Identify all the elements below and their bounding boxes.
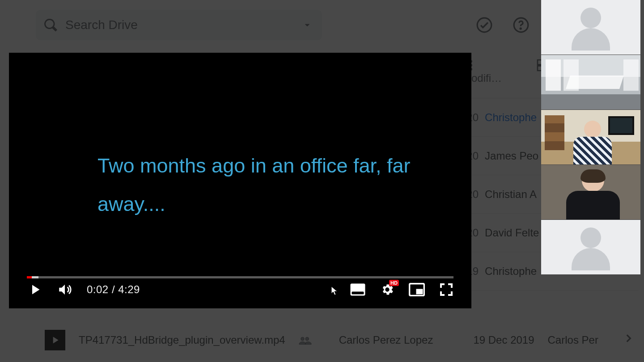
participant-tile[interactable] [541, 55, 640, 109]
person-icon [566, 169, 620, 219]
avatar-icon [568, 225, 613, 269]
play-button[interactable] [27, 282, 43, 298]
captions-button[interactable] [350, 283, 366, 296]
hd-badge: HD [389, 280, 399, 286]
video-preview: Two months ago in an office far, far awa… [9, 53, 471, 308]
svg-rect-18 [352, 292, 364, 295]
person-icon [572, 121, 613, 164]
video-controls: 0:02 / 4:29 HD [27, 277, 453, 302]
duration: 4:29 [118, 283, 140, 295]
miniplayer-button[interactable] [409, 283, 425, 296]
volume-button[interactable] [57, 282, 72, 297]
avatar-icon [568, 5, 613, 50]
participant-tile[interactable] [541, 165, 640, 219]
time-separator: / [112, 283, 118, 295]
participant-tile[interactable] [541, 0, 640, 55]
participant-tile[interactable] [541, 220, 640, 274]
video-frame-text: Two months ago in an office far, far awa… [97, 147, 411, 223]
fullscreen-button[interactable] [439, 282, 453, 297]
settings-button[interactable]: HD [380, 282, 394, 297]
participant-tile[interactable] [541, 110, 640, 164]
svg-rect-20 [416, 289, 423, 295]
video-time: 0:02 / 4:29 [87, 283, 140, 296]
meet-participants [541, 0, 640, 274]
current-time: 0:02 [87, 283, 109, 295]
